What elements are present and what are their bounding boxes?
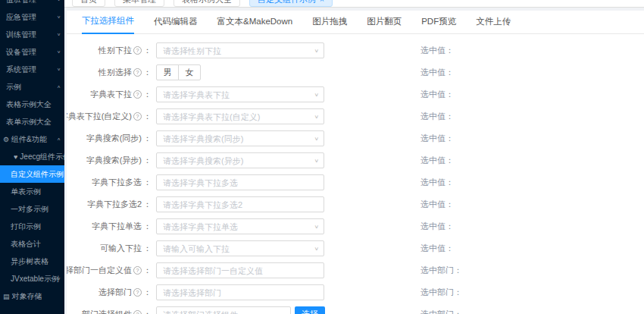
chevron-down-icon: ∨: [57, 28, 61, 41]
sidebar-item-device[interactable]: 设备管理∨: [0, 43, 64, 61]
field-label: 字典表下拉(自定义): [67, 111, 132, 122]
sidebar-item-label: 一对多示例: [11, 205, 48, 213]
colon: ：: [143, 221, 152, 232]
sidebar-item-label: 示例: [6, 83, 21, 91]
sidebar-item-table-demos[interactable]: 表格示例大全: [0, 96, 64, 113]
colon: ：: [143, 199, 152, 210]
sidebar-item-components[interactable]: ⚙组件&功能∧: [0, 130, 64, 148]
sidebar-item-object-storage[interactable]: ▤对象存储: [0, 287, 64, 305]
field-label: 性别选择: [98, 67, 132, 78]
tab-pdf-preview[interactable]: PDF预览: [421, 16, 456, 33]
dict-multiselect-2-input[interactable]: [156, 196, 324, 212]
sidebar-item-table-sum[interactable]: 表格合计: [0, 235, 64, 253]
form-row-dept-select: 选择部门 ? ： 选中部门：: [67, 281, 644, 303]
field-label: 性别下拉: [98, 45, 132, 56]
sidebar-item-label: 自定义组件示例: [11, 170, 64, 178]
dept-custom-value-input[interactable]: [156, 262, 324, 278]
sidebar-item-system[interactable]: 系统管理∨: [0, 61, 64, 78]
sidebar-item-form-demos[interactable]: 表单示例大全: [0, 113, 64, 130]
selected-dept-label: 选中部门：: [420, 309, 462, 314]
form-row-dict-multiselect-2: 字典下拉多选2 ： 选中值：: [67, 193, 644, 215]
field-label: 选择部门: [98, 287, 132, 298]
help-icon[interactable]: ?: [133, 68, 142, 77]
sidebar-item-training[interactable]: 训练管理∨: [0, 26, 64, 43]
dict-table-select-input[interactable]: [156, 86, 324, 102]
tab-richtext-markdown[interactable]: 富文本&MakeDown: [217, 16, 293, 33]
selected-value-label: 选中值：: [420, 243, 454, 254]
sidebar-item-custom-components[interactable]: 自定义组件示例: [0, 165, 64, 183]
page-tab-menu-management[interactable]: 菜单管理: [114, 0, 164, 7]
page-tab-label: 菜单管理: [123, 0, 156, 4]
dict-single-select: ∨: [156, 218, 324, 234]
sidebar-item-emergency[interactable]: 应急管理∨: [0, 8, 64, 26]
help-icon[interactable]: ?: [133, 288, 142, 297]
dept-select: [156, 284, 324, 300]
selected-value-label: 选中值：: [420, 133, 454, 144]
tab-file-upload[interactable]: 文件上传: [476, 16, 511, 33]
dict-multiselect-2: [156, 196, 324, 212]
gender-select-input[interactable]: [156, 42, 324, 58]
sidebar-item-demo[interactable]: 示例∧: [0, 78, 64, 96]
field-label: 字典表下拉: [90, 89, 132, 100]
sidebar-item-jvxetable[interactable]: JVxetable示例∨: [0, 270, 64, 287]
help-icon[interactable]: ?: [133, 112, 142, 121]
close-icon[interactable]: ×: [320, 0, 324, 4]
dict-multiselect: [156, 174, 324, 190]
sidebar-item-single-table[interactable]: 单表示例: [0, 183, 64, 200]
page-tab-table-demos[interactable]: 表格示例大全: [174, 0, 240, 7]
sidebar-item-async-tree[interactable]: 异步树表格: [0, 253, 64, 270]
chevron-down-icon: ∨: [57, 63, 61, 76]
help-icon[interactable]: ?: [133, 266, 142, 275]
dept-picker-input[interactable]: [156, 306, 291, 314]
colon: ：: [143, 309, 152, 314]
sidebar-item-label: JVxetable示例: [11, 275, 59, 283]
dict-single-select-input[interactable]: [156, 218, 324, 234]
sidebar-item-label: 系统管理: [6, 65, 36, 74]
colon: ：: [143, 177, 152, 188]
dept-select-input[interactable]: [156, 284, 324, 300]
form-row-dict-multiselect: 字典下拉多选 ： 选中值：: [67, 171, 644, 193]
dict-search-async-input[interactable]: [156, 152, 324, 168]
help-icon[interactable]: ?: [133, 310, 142, 314]
radio-male[interactable]: 男: [156, 64, 179, 80]
sidebar-item-label: 组件&功能: [11, 135, 47, 143]
dict-search-sync-input[interactable]: [156, 130, 324, 146]
tab-code-editor[interactable]: 代码编辑器: [154, 16, 198, 33]
page-tab-label: 自定义组件示例: [258, 0, 316, 4]
tab-image-flip[interactable]: 图片翻页: [367, 16, 402, 33]
sidebar-item-duty[interactable]: 值班管理∨: [0, 0, 64, 8]
content-card: 下拉选择组件 代码编辑器 富文本&MakeDown 图片拖拽 图片翻页 PDF预…: [67, 11, 644, 314]
colon: ：: [143, 265, 152, 276]
selected-value-label: 选中值：: [420, 155, 454, 166]
help-icon[interactable]: ?: [133, 46, 142, 55]
colon: ：: [143, 133, 152, 144]
colon: ：: [143, 45, 152, 56]
select-demo-form: 性别下拉 ? ： ∨ 选中值： 性别选择 ? ： 男 女: [67, 34, 644, 314]
page-tab-home[interactable]: 首页: [72, 0, 105, 7]
tab-image-drag[interactable]: 图片拖拽: [312, 16, 347, 33]
field-label: 字典搜索(同步): [86, 133, 142, 144]
colon: ：: [143, 89, 152, 100]
field-label: 可输入下拉: [100, 243, 142, 254]
dict-search-async-select: ∨: [156, 152, 324, 168]
dept-picker-select-button[interactable]: 选择: [295, 306, 325, 314]
sidebar-item-print-demo[interactable]: 打印示例: [0, 218, 64, 235]
colon: ：: [143, 111, 152, 122]
editable-select-input[interactable]: [156, 240, 324, 256]
chevron-down-icon: ∨: [57, 272, 61, 285]
dept-picker-field: [156, 306, 291, 314]
tab-select-components[interactable]: 下拉选择组件: [82, 15, 134, 34]
dict-table-select: ∨: [156, 86, 324, 102]
form-row-editable-select: 可输入下拉 ： ∨ 选中值：: [67, 237, 644, 259]
page-tab-custom-components[interactable]: 自定义组件示例×: [249, 0, 333, 7]
dict-multiselect-input[interactable]: [156, 174, 324, 190]
selected-value-label: 选中值：: [420, 221, 454, 232]
sidebar-item-label: 应急管理: [6, 13, 36, 21]
sidebar-item-one-to-many[interactable]: 一对多示例: [0, 200, 64, 218]
help-icon[interactable]: ?: [133, 90, 142, 99]
sidebar-menu: 值班管理∨ 应急管理∨ 训练管理∨ 设备管理∨ 系统管理∨ 示例∧ 表格示例大全…: [0, 0, 64, 305]
radio-female[interactable]: 女: [178, 64, 201, 80]
dict-table-custom-select-input[interactable]: [156, 108, 324, 124]
selected-value-label: 选中值：: [420, 199, 454, 210]
sidebar-item-jeecg-components[interactable]: ♥Jeecg组件示例∧: [0, 148, 64, 165]
